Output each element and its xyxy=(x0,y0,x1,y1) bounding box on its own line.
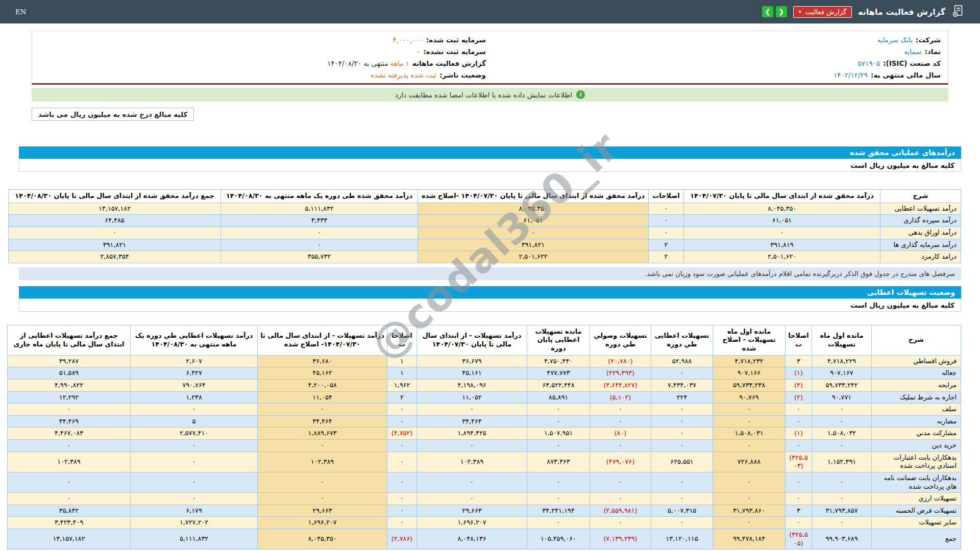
cell-value: ۳۴,۴۶۴ xyxy=(258,415,387,428)
row-label: مضاربه xyxy=(872,415,961,428)
column-header: اصلاحات xyxy=(649,190,684,203)
signature-match-notice: i اطلاعات نمایش داده شده با اطلاعات امضا… xyxy=(32,88,948,102)
cell-value: ۹۰۷,۱۶۶ xyxy=(713,367,786,380)
table-row: بدهکاران بابت ضمانت نامه هاي پرداخت شده۰… xyxy=(8,472,961,492)
cell-value: ۰ xyxy=(527,472,590,492)
prev-period-button[interactable]: ❮ xyxy=(762,6,773,17)
column-header: درآمد محقق شده از ابتدای سال مالی تا پای… xyxy=(418,190,649,203)
cell-value: ۷,۴۳۴,۰۳۷ xyxy=(651,379,713,391)
cell-value: ۰ xyxy=(590,472,651,492)
cell-value: ۰ xyxy=(417,472,527,492)
cell-value: ۳۱,۷۹۳,۸۶۰ xyxy=(713,505,786,517)
report-type-dropdown[interactable]: گزارش فعالیت ▾ xyxy=(793,6,852,18)
table-footnote: سرفصل های مندرج در جدول فوق الذکر دربرگی… xyxy=(19,267,961,280)
cell-value: ۰ xyxy=(221,239,418,251)
next-period-button[interactable]: ❯ xyxy=(776,6,787,17)
cell-value: ۰ xyxy=(590,415,651,428)
cell-value: ۰ xyxy=(131,440,258,452)
cell-value: ۰ xyxy=(131,472,258,492)
cell-value: ۶,۴۲۷ xyxy=(131,367,258,380)
cell-value: ۱۲,۲۹۲ xyxy=(8,391,131,404)
cell-value: ۰ xyxy=(651,404,713,416)
cell-value: ۴,۷۵۰,۴۴۰ xyxy=(527,355,590,367)
cell-value: ۰ xyxy=(387,452,417,472)
registered-capital-value: ۴,۰۰۰,۰۰۰ xyxy=(393,36,423,44)
table-row: خرید دین۰۰۰۰۰۰۰۰۰۰۰ xyxy=(8,440,961,452)
symbol-row: نماد: سمایه xyxy=(494,45,941,57)
cell-value: ۱۰۵,۴۵۹,۰۶۰ xyxy=(527,529,590,549)
column-header: شرح xyxy=(872,325,961,355)
fiscal-year-row: سال مالی منتهی به: ۱۴۰۲/۱۲/۲۹ xyxy=(494,69,941,81)
cell-value: ۰ xyxy=(786,440,812,452)
column-header: اصلاحات xyxy=(387,325,417,355)
cell-value: ۱۳,۱۵۷,۱۸۲ xyxy=(9,203,221,215)
cell-value: ۰ xyxy=(387,415,417,428)
cell-value: ۴,۲۰۰,۰۵۸ xyxy=(258,379,387,391)
column-header: شرح xyxy=(880,190,961,203)
cell-value: ۱,۷۲۷,۲۰۲ xyxy=(131,517,258,529)
language-toggle[interactable]: EN xyxy=(15,8,27,16)
table-row: فروش اقساطي۴,۷۱۸,۲۲۹۳۴,۷۱۸,۲۳۲۵۲,۹۸۸(۲۰,… xyxy=(8,355,961,367)
table-row: درآمد اوراق بدهی۰۰۰۰۰ xyxy=(9,227,961,239)
cell-value: (۱) xyxy=(786,428,812,440)
cell-value: ۸,۰۴۵,۳۵۰ xyxy=(418,203,649,215)
isic-row: کد صنعت (ISIC): ۵۷۱۹۰۵ xyxy=(494,57,941,69)
column-header: درآمد تسهیلات - از ابتدای سال مالی تا پا… xyxy=(417,325,527,355)
table-row: اجاره به شرط تملیک۹۰,۷۷۱(۲)۹۰,۷۶۹۲۲۴(۵,۱… xyxy=(8,391,961,404)
cell-value: ۳ xyxy=(786,355,812,367)
company-info-left: سرمایه ثبت شده: ۴,۰۰۰,۰۰۰ سرمایه ثبت نشد… xyxy=(35,34,490,81)
cell-value: ۵۲,۹۸۸ xyxy=(651,355,713,367)
cell-value: ۳۴,۴۶۹ xyxy=(8,415,131,428)
cell-value: ۰ xyxy=(387,472,417,492)
table-row: سایر تسهیلات۰۰۰۰۰۰۱,۶۹۶,۲۰۷۰۱,۶۹۶,۲۰۷۱,۷… xyxy=(8,517,961,529)
cell-value: ۶۳,۵۲۲,۴۴۸ xyxy=(527,379,590,391)
row-label: مرابحه xyxy=(872,379,961,391)
cell-value: ۶۲۵,۵۵۱ xyxy=(651,452,713,472)
cell-value: ۶۱,۰۵۱ xyxy=(418,215,649,227)
chevron-down-icon: ▾ xyxy=(799,9,801,14)
million-rial-note: کلیه مبالغ به میلیون ریال است xyxy=(19,298,961,312)
cell-value: ۰ xyxy=(417,440,527,452)
header-row: شرحمانده اول ماه تسهیلاتاصلاحاتمانده اول… xyxy=(8,325,961,355)
cell-value: ۳۴,۲۴۱,۱۹۴ xyxy=(527,505,590,517)
row-label: درآمد سپرده گذاری xyxy=(880,215,961,227)
cell-value: ۴۵,۱۶۲ xyxy=(258,367,387,380)
cell-value: ۰ xyxy=(417,493,527,505)
publisher-status-label: وضعیت ناشر: xyxy=(439,71,486,79)
cell-value: (۵,۱۰۲) xyxy=(590,391,651,404)
cell-value: ۲۲۴ xyxy=(651,391,713,404)
report-page: شرکت: بانک سرمایه نماد: سمایه کد صنعت (I… xyxy=(0,31,980,551)
cell-value: ۸,۰۴۸,۱۳۶ xyxy=(417,529,527,549)
cell-value: ۱,۲۳۸ xyxy=(131,391,258,404)
cell-value: ۶۱,۰۵۱ xyxy=(684,215,880,227)
row-label: مشارکت مدني xyxy=(872,428,961,440)
report-type-label: گزارش فعالیت xyxy=(805,8,846,16)
cell-value: ۱۳,۱۵۷,۱۸۲ xyxy=(8,529,131,549)
cell-value: ۸۵,۸۹۱ xyxy=(527,391,590,404)
table-row: درآمد سپرده گذاری۶۱,۰۵۱۰۶۱,۰۵۱۳,۴۳۴۶۴,۴۸… xyxy=(9,215,961,227)
column-header: درآمد تسهیلات - از ابتدای سال مالی تا ۱۴… xyxy=(258,325,387,355)
cell-value: ۵۹,۷۳۳,۲۴۲ xyxy=(812,379,872,391)
cell-value: ۰ xyxy=(387,404,417,416)
cell-value: ۰ xyxy=(786,404,812,416)
cell-value: ۰ xyxy=(651,428,713,440)
cell-value: ۵۹,۷۳۳,۲۳۸ xyxy=(713,379,786,391)
company-info-right: شرکت: بانک سرمایه نماد: سمایه کد صنعت (I… xyxy=(490,34,945,81)
row-label: تسهیلات ارزي xyxy=(872,493,961,505)
cell-value: ۱,۶۹۶,۲۰۷ xyxy=(417,517,527,529)
cell-value: ۰ xyxy=(131,493,258,505)
column-header: مانده تسهیلات اعطایی پایان دوره xyxy=(527,325,590,355)
row-label: درآمد تسهیلات اعطایی xyxy=(880,203,961,215)
cell-value: ۳۶,۶۷۹ xyxy=(417,355,527,367)
table-row: مضاربه۰۰۰۰۰۰۳۴,۴۶۴۰۳۴,۴۶۴۵۳۴,۴۶۹ xyxy=(8,415,961,428)
registered-capital-label: سرمایه ثبت شده: xyxy=(426,36,486,44)
table-row: درآمد تسهیلات اعطایی۸,۰۴۵,۳۵۰۰۸,۰۴۵,۳۵۰۵… xyxy=(9,203,961,215)
cell-value: ۰ xyxy=(387,493,417,505)
unregistered-capital-row: سرمایه ثبت نشده: ۰ xyxy=(39,45,486,57)
cell-value: (۲,۵۵۹,۹۸۱) xyxy=(590,505,651,517)
cell-value: ۷۹۰,۷۶۴ xyxy=(131,379,258,391)
cell-value: ۰ xyxy=(649,215,684,227)
cell-value: (۲,۷۸۶) xyxy=(387,529,417,549)
cell-value: ۳۵,۸۴۲ xyxy=(8,505,131,517)
cell-value: ۰ xyxy=(527,440,590,452)
